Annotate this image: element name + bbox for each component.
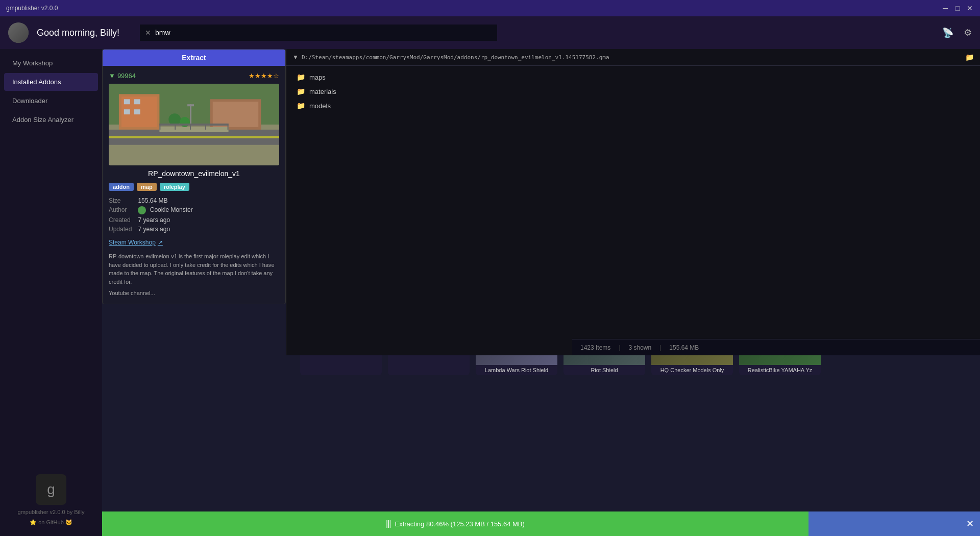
svg-rect-19 (175, 124, 176, 130)
status-separator-2: | (659, 344, 661, 351)
avatar (8, 22, 29, 43)
addon-name: RealisticBike YAMAHA Yz (739, 365, 821, 375)
search-input[interactable] (140, 25, 497, 41)
svg-rect-7 (134, 109, 140, 114)
settings-icon[interactable]: ⚙ (964, 27, 972, 38)
progress-bars-icon: ||| (386, 519, 390, 528)
author-label: Author (109, 206, 132, 214)
tag-addon[interactable]: addon (109, 183, 134, 191)
svg-rect-13 (187, 104, 194, 106)
restore-button[interactable]: □ (953, 4, 962, 12)
extract-panel-body: ▼ 99964 ★★★★☆ (103, 66, 285, 304)
addon-description-more: Youtube channel... (109, 289, 279, 298)
tree-item-maps[interactable]: 📁 maps (295, 70, 972, 84)
addon-preview-image (109, 84, 279, 165)
download-icon: ▼ (109, 72, 115, 80)
folder-icon: 📁 (297, 73, 305, 81)
addon-stars: ★★★★☆ (249, 72, 279, 80)
svg-rect-22 (228, 124, 229, 130)
steam-workshop-link[interactable]: Steam Workshop ↗ (109, 239, 279, 246)
progress-close-button[interactable]: ✕ (966, 518, 974, 529)
addon-name: HQ Checker Models Only (651, 365, 733, 375)
updated-label: Updated (109, 226, 132, 233)
search-bar: ✕ (140, 25, 497, 41)
svg-rect-9 (213, 102, 258, 127)
author-avatar (138, 206, 146, 214)
tag-roleplay[interactable]: roleplay (160, 183, 189, 191)
progress-blue-section: ✕ (808, 511, 980, 536)
svg-rect-6 (124, 109, 130, 114)
sidebar: My Workshop Installed Addons Downloader … (0, 49, 102, 536)
updated-value: 7 years ago (138, 226, 279, 233)
dl-count-value: 99964 (117, 72, 136, 80)
item-count: 1423 Items (580, 344, 610, 351)
status-separator-1: | (619, 344, 620, 351)
svg-rect-17 (159, 124, 228, 126)
progress-text: Extracting 80.46% (125.23 MB / 155.64 MB… (395, 520, 525, 528)
sidebar-item-downloader[interactable]: Downloader (4, 92, 98, 110)
progress-green-section: ||| Extracting 80.46% (125.23 MB / 155.6… (102, 511, 808, 536)
minimize-button[interactable]: ─ (941, 4, 949, 12)
svg-rect-4 (124, 99, 130, 104)
steam-workshop-label: Steam Workshop (109, 239, 156, 246)
file-tree-status-bar: 1423 Items | 3 shown | 155.64 MB (572, 339, 980, 355)
file-path-text: D:/Steam/steamapps/common/GarrysMod/Garr… (302, 54, 609, 61)
header-greeting: Good morning, Billy! (37, 28, 119, 38)
addon-preview-scene (109, 84, 279, 165)
tree-item-models[interactable]: 📁 models (295, 99, 972, 113)
sidebar-item-installed-addons[interactable]: Installed Addons (4, 73, 98, 91)
sidebar-version: gmpublisher v2.0.0 by Billy (18, 509, 85, 515)
addon-description: RP-downtown-evilmelon-v1 is the first ma… (109, 252, 279, 286)
total-size: 155.64 MB (669, 344, 699, 351)
extract-panel: Extract ▼ 99964 ★★★★☆ (102, 49, 286, 304)
file-tree-header: ▼ D:/Steam/steamapps/common/GarrysMod/Ga… (286, 49, 980, 66)
addon-name: Lambda Wars Riot Shield (476, 365, 557, 375)
svg-rect-11 (109, 136, 279, 138)
author-value: Cookie Monster (138, 206, 279, 214)
svg-rect-18 (159, 124, 160, 130)
addon-dl-count: ▼ 99964 (109, 72, 136, 80)
extract-panel-header: Extract (103, 50, 285, 66)
avatar-image (8, 22, 29, 43)
sidebar-logo: g (36, 474, 66, 505)
created-label: Created (109, 216, 132, 224)
tree-item-label: materials (309, 88, 336, 95)
external-link-icon: ↗ (158, 239, 163, 246)
size-value: 155.64 MB (138, 197, 279, 204)
sidebar-item-my-workshop[interactable]: My Workshop (4, 54, 98, 72)
titlebar-title: gmpublisher v2.0.0 (6, 5, 58, 12)
tree-item-label: maps (309, 74, 326, 81)
sidebar-github[interactable]: ⭐ on GitHub 🐱 (30, 519, 72, 526)
titlebar: gmpublisher v2.0.0 ─ □ ✕ (0, 0, 980, 16)
open-folder-button[interactable]: 📁 (965, 53, 974, 61)
file-tree-body: 📁 maps 📁 materials 📁 models (286, 66, 980, 117)
addon-meta: Size 155.64 MB Author Cookie Monster Cre… (109, 197, 279, 233)
rss-icon[interactable]: 📡 (942, 27, 953, 38)
sidebar-bottom: g gmpublisher v2.0.0 by Billy ⭐ on GitHu… (0, 474, 102, 526)
sidebar-item-addon-size-analyzer[interactable]: Addon Size Analyzer (4, 111, 98, 129)
items-shown: 3 shown (629, 344, 652, 351)
addon-header-row: ▼ 99964 ★★★★☆ (109, 72, 279, 80)
header: Good morning, Billy! ✕ 📡 ⚙ (0, 16, 980, 49)
addon-tags: addon map roleplay (109, 183, 279, 191)
tree-item-label: models (309, 102, 331, 110)
tree-item-materials[interactable]: 📁 materials (295, 84, 972, 99)
file-tree-path: ▼ D:/Steam/steamapps/common/GarrysMod/Ga… (292, 54, 961, 61)
addon-name: Riot Shield (564, 365, 645, 375)
folder-icon: 📁 (297, 87, 305, 95)
file-tree-panel: ▼ D:/Steam/steamapps/common/GarrysMod/Ga… (286, 49, 980, 355)
close-button[interactable]: ✕ (966, 4, 974, 12)
author-name: Cookie Monster (150, 206, 193, 213)
search-clear-icon[interactable]: ✕ (145, 29, 151, 37)
created-value: 7 years ago (138, 216, 279, 224)
svg-rect-20 (190, 124, 191, 130)
collapse-button[interactable]: ▼ (292, 54, 299, 61)
addon-title: RP_downtown_evilmelon_v1 (109, 169, 279, 178)
titlebar-controls: ─ □ ✕ (941, 4, 974, 12)
progress-bar-container: ||| Extracting 80.46% (125.23 MB / 155.6… (102, 511, 980, 536)
tag-map[interactable]: map (137, 183, 157, 191)
svg-rect-21 (205, 124, 206, 130)
svg-rect-16 (159, 127, 228, 132)
header-icons: 📡 ⚙ (942, 27, 972, 38)
svg-rect-5 (134, 99, 140, 104)
